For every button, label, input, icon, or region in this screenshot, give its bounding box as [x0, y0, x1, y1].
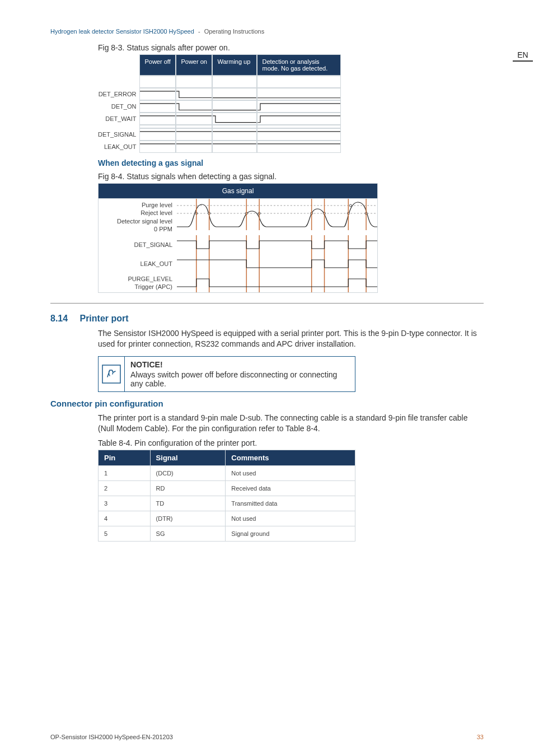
fig84-purge-svg — [177, 273, 377, 292]
fig83-row-leak-out: LEAK_OUT — [98, 141, 139, 153]
fig84-leakout-label: LEAK_OUT — [99, 254, 177, 273]
tbl-cell: Not used — [226, 511, 355, 526]
fig83-row-det-on: DET_ON — [98, 100, 139, 113]
table-8-4: Pin Signal Comments 1(DCD)Not used 2RDRe… — [98, 450, 355, 542]
fig83-cell — [212, 128, 257, 141]
fig83-cell — [139, 100, 176, 113]
fig84-lbl: Reject level — [103, 209, 172, 217]
fig83-spacerlabel — [98, 76, 139, 88]
fig83-cell — [257, 76, 341, 88]
notice-icon — [99, 357, 125, 391]
svg-point-8 — [349, 204, 352, 207]
tbl-cell: TD — [150, 496, 226, 511]
tbl-cell: 1 — [99, 465, 151, 480]
fig83-col-poweron: Power on — [176, 54, 212, 76]
fig84-lbl: LEAK_OUT — [103, 260, 172, 268]
conn-body: The printer port is a standard 9-pin mal… — [98, 413, 484, 434]
tbl-cell: (DTR) — [150, 511, 226, 526]
language-code: EN — [512, 50, 534, 59]
notice-text: Always switch power off before disconnec… — [130, 370, 349, 388]
footer-page: 33 — [477, 734, 484, 740]
fig-8-3-caption: Fig 8-3. Status signals after power on. — [98, 43, 484, 52]
tbl-cell: 5 — [99, 526, 151, 541]
fig83-col-detection: Detection or analysis mode. No gas detec… — [257, 54, 341, 76]
footer-doc: OP-Sensistor ISH2000 HySpeed-EN-201203 — [50, 734, 173, 740]
language-tab: EN — [512, 50, 534, 62]
fig84-lbl: Trigger (APC) — [103, 283, 172, 291]
notice-box: NOTICE! Always switch power off before d… — [98, 356, 355, 392]
fig83-cell — [176, 88, 212, 100]
tbl-head-pin: Pin — [99, 450, 151, 465]
section-rule — [50, 303, 484, 304]
fig84-detsignal-label: DET_SIGNAL — [99, 235, 177, 254]
fig83-cell — [176, 113, 212, 125]
fig83-cell — [176, 76, 212, 88]
fig-8-3: Power off Power on Warming up Detection … — [98, 54, 484, 153]
fig84-lbl: 0 PPM — [103, 225, 172, 233]
table-row: 3TDTransmitted data — [99, 496, 355, 511]
tbl-head-signal: Signal — [150, 450, 226, 465]
fig84-leakout-row: LEAK_OUT — [99, 254, 377, 273]
fig83-cell — [212, 76, 257, 88]
tbl-cell: SG — [150, 526, 226, 541]
table-row: 1(DCD)Not used — [99, 465, 355, 480]
fig-8-4-caption: Fig 8-4. Status signals when detecting a… — [98, 172, 484, 181]
page-footer: OP-Sensistor ISH2000 HySpeed-EN-201203 3… — [50, 734, 484, 740]
fig83-blank-header — [98, 54, 139, 76]
table-row: 2RDReceived data — [99, 480, 355, 496]
fig84-purge-row: PURGE_LEVEL Trigger (APC) — [99, 273, 377, 292]
fig83-cell — [139, 113, 176, 125]
section-body: The Sensistor ISH2000 HySpeed is equippe… — [98, 328, 484, 349]
fig-8-4: Gas signal Purge level Reject level Dete… — [98, 183, 484, 293]
tbl-cell: 3 — [99, 496, 151, 511]
section-number: 8.14 — [50, 314, 77, 324]
header-section: Operating Instructions — [204, 28, 265, 35]
tbl-cell: Signal ground — [226, 526, 355, 541]
tbl-cell: Transmitted data — [226, 496, 355, 511]
table-row: 5SGSignal ground — [99, 526, 355, 541]
fig84-lbl: PURGE_LEVEL — [103, 275, 172, 283]
fig83-cell — [176, 141, 212, 153]
svg-rect-43 — [102, 365, 120, 383]
fig83-cell — [176, 128, 212, 141]
language-underline — [513, 60, 533, 62]
header-product: Hydrogen leak detector Sensistor ISH2000… — [50, 28, 194, 35]
fig83-cell — [257, 100, 341, 113]
tbl-cell: 4 — [99, 511, 151, 526]
fig84-detsignal-svg — [177, 235, 377, 254]
header-sep: - — [198, 28, 200, 35]
fig83-cell — [212, 88, 257, 100]
fig83-cell — [257, 113, 341, 125]
fig84-leakout-svg — [177, 254, 377, 273]
tbl-head-comments: Comments — [226, 450, 355, 465]
section-8-14-heading: 8.14 Printer port — [50, 314, 484, 324]
table-8-4-caption: Table 8-4. Pin configuration of the prin… — [98, 438, 484, 447]
fig83-cell — [257, 128, 341, 141]
fig83-cell — [139, 88, 176, 100]
fig83-col-poweroff: Power off — [139, 54, 176, 76]
fig83-row-det-signal: DET_SIGNAL — [98, 128, 139, 141]
section-title: Printer port — [79, 314, 128, 323]
notice-heading: NOTICE! — [130, 360, 349, 369]
fig83-cell — [257, 88, 341, 100]
notice-body: NOTICE! Always switch power off before d… — [125, 357, 355, 391]
fig84-analog-row: Purge level Reject level Detector signal… — [99, 199, 377, 235]
when-detecting-heading: When detecting a gas signal — [98, 158, 484, 167]
fig83-cell — [139, 128, 176, 141]
tbl-cell: (DCD) — [150, 465, 226, 480]
fig83-cell — [176, 100, 212, 113]
fig83-cell — [257, 141, 341, 153]
fig83-cell — [139, 141, 176, 153]
fig84-lbl: Purge level — [103, 201, 172, 209]
fig84-lbl: Detector signal level — [103, 217, 172, 225]
fig84-purge-label: PURGE_LEVEL Trigger (APC) — [99, 273, 177, 292]
fig83-row-det-wait: DET_WAIT — [98, 113, 139, 125]
page-header: Hydrogen leak detector Sensistor ISH2000… — [50, 28, 484, 35]
fig84-head: Gas signal — [99, 184, 377, 199]
tbl-cell: Received data — [226, 480, 355, 496]
tbl-cell: RD — [150, 480, 226, 496]
fig83-cell — [212, 141, 257, 153]
conn-title: Connector pin configuration — [50, 399, 484, 408]
fig83-cell — [139, 76, 176, 88]
table-row: 4(DTR)Not used — [99, 511, 355, 526]
